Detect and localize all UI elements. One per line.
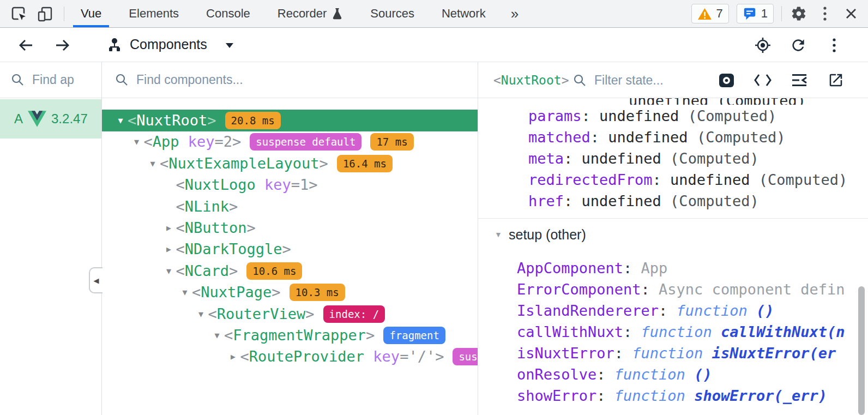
inspect-element-icon[interactable] [10, 5, 28, 23]
state-row-meta[interactable]: meta: undefined (Computed) [528, 148, 759, 169]
angle-bracket: < [208, 305, 217, 322]
refresh-icon[interactable] [788, 35, 808, 55]
angle-bracket: > [272, 284, 280, 300]
components-tab-icon[interactable] [105, 35, 124, 55]
colon: : [564, 150, 582, 167]
tree-row-NButton[interactable]: ▶<NButton> [102, 217, 478, 239]
vertical-scrollbar[interactable] [858, 286, 865, 415]
tab-network[interactable]: Network [434, 0, 493, 27]
inspect-code-icon[interactable] [754, 71, 772, 89]
tree-row-NuxtExampleLayout[interactable]: ▼<NuxtExampleLayout>16.4 ms [102, 153, 478, 175]
tree-row-NuxtRoot[interactable]: ▼<NuxtRoot>20.8 ms [102, 110, 478, 131]
tab-vue[interactable]: Vue [73, 0, 109, 27]
state-key: href [528, 193, 564, 209]
state-row-redirectedFrom[interactable]: redirectedFrom: undefined (Computed) [528, 170, 847, 190]
tree-row-NuxtPage[interactable]: ▼<NuxtPage>10.3 ms [102, 281, 478, 303]
component-tag: <NDarkToggle> [176, 238, 291, 260]
select-component-target-icon[interactable] [753, 35, 773, 55]
collapse-sidebar-handle[interactable]: ◀ [89, 267, 103, 293]
toolbar-divider [781, 6, 782, 21]
caret-down-icon[interactable]: ▼ [179, 281, 191, 303]
caret-right-icon[interactable]: ▶ [227, 346, 239, 368]
device-toolbar-icon[interactable] [36, 5, 55, 23]
warnings-badge[interactable]: 7 [691, 4, 729, 23]
inspector-dropdown-caret[interactable] [226, 43, 233, 48]
state-meta: (Computed) [661, 150, 759, 167]
caret-right-icon[interactable]: ▶ [163, 238, 175, 260]
close-devtools-icon[interactable] [842, 4, 860, 23]
setup-row-callWithNuxt[interactable]: callWithNuxt: function callWithNuxt(n [517, 322, 845, 342]
settings-gear-icon[interactable] [789, 4, 808, 23]
state-row-matched[interactable]: matched: undefined (Computed) [528, 127, 785, 148]
caret-down-icon[interactable]: ▼ [131, 131, 143, 153]
caret-down-icon[interactable]: ▼ [211, 324, 223, 346]
caret-down-icon[interactable]: ▼ [495, 225, 502, 244]
setup-row-showError[interactable]: showError: function showError(_err) [517, 386, 827, 406]
open-in-editor-icon[interactable] [827, 71, 845, 89]
toolbar-divider [64, 7, 64, 21]
suspense-badge: suspense default [453, 348, 478, 365]
state-key: callWithNuxt [517, 323, 623, 340]
setup-row-isNuxtError[interactable]: isNuxtError: function isNuxtError(er [517, 343, 836, 364]
tree-row-NuxtLogo[interactable]: <NuxtLogo key=1> [102, 174, 478, 196]
tree-row-RouteProvider[interactable]: ▶<RouteProvider key='/'>suspense default [102, 346, 478, 368]
perf-badge: 16.4 ms [337, 155, 393, 172]
perf-badge: 10.3 ms [290, 284, 345, 301]
perf-badge: 10.6 ms [246, 262, 302, 280]
tree-row-NCard[interactable]: ▼<NCard>10.6 ms [102, 260, 478, 282]
component-name: NuxtRoot [136, 112, 207, 129]
key-attribute: key [256, 176, 291, 193]
tab-elements[interactable]: Elements [121, 0, 186, 27]
app-selector-row[interactable]: A 3.2.47 [0, 99, 101, 139]
state-key: showError [517, 387, 596, 404]
setup-row-onResolve[interactable]: onResolve: function () [517, 364, 712, 385]
tab-console[interactable]: Console [198, 0, 258, 27]
caret-down-icon[interactable]: ▼ [163, 260, 175, 282]
component-name: NCard [185, 262, 229, 279]
scroll-to-component-icon[interactable] [790, 71, 809, 89]
tab-label: Network [442, 7, 486, 21]
state-row-params[interactable]: params: undefined (Computed) [528, 106, 776, 127]
tree-row-App[interactable]: ▼<App key=2>suspense default17 ms [102, 131, 478, 153]
angle-bracket: > [247, 219, 256, 236]
vue-more-menu-icon[interactable] [824, 35, 844, 55]
setup-row-IslandRendererer[interactable]: IslandRendererer: function () [517, 300, 774, 321]
caret-right-icon[interactable]: ▶ [163, 217, 175, 239]
angle-bracket: < [192, 284, 201, 300]
history-forward-icon[interactable] [52, 35, 72, 55]
issue-count: 1 [761, 7, 768, 21]
devtools-tab-bar: VueElementsConsoleRecorderSourcesNetwork… [0, 0, 868, 28]
setup-row-ErrorComponent[interactable]: ErrorComponent: Async component defin [517, 279, 845, 300]
caret-down-icon[interactable]: ▼ [114, 110, 126, 131]
component-tree: ▼<NuxtRoot>20.8 ms▼<App key=2>suspense d… [102, 98, 478, 415]
tree-row-RouterView[interactable]: ▼<RouterView>index: / [102, 303, 478, 325]
more-tabs-chevron[interactable]: » [505, 0, 524, 27]
function-keyword: function [614, 387, 694, 404]
colon: : [659, 302, 677, 319]
tree-row-FragmentWrapper[interactable]: ▼<FragmentWrapper>fragment [102, 324, 478, 346]
more-options-icon[interactable] [816, 4, 834, 23]
function-signature: isNuxtError(er [712, 345, 836, 362]
caret-down-icon[interactable]: ▼ [147, 153, 159, 175]
component-tag: <RouteProvider key='/'>suspense default [240, 346, 478, 368]
tab-recorder[interactable]: Recorder [270, 0, 351, 27]
state-row-href[interactable]: href: undefined (Computed) [528, 191, 759, 212]
devtools-tabs: VueElementsConsoleRecorderSourcesNetwork… [73, 0, 524, 27]
inspect-dom-eye-icon[interactable] [717, 71, 736, 89]
setup-row-AppComponent[interactable]: AppComponent: App [517, 258, 667, 279]
app-name-fragment: A [14, 111, 23, 127]
history-back-icon[interactable] [16, 35, 36, 55]
filter-state-input[interactable]: Filter state... [573, 62, 664, 98]
tab-sources[interactable]: Sources [363, 0, 422, 27]
find-components-input[interactable]: Find components... [102, 62, 478, 98]
inspector-title[interactable]: Components [130, 37, 207, 52]
tree-row-NLink[interactable]: <NLink> [102, 196, 478, 218]
angle-bracket: < [160, 155, 168, 172]
find-app-input[interactable]: Find ap [0, 62, 101, 98]
caret-down-icon[interactable]: ▼ [195, 303, 207, 325]
selected-component-tag: <NuxtRoot> [493, 62, 569, 98]
state-key: params [528, 107, 582, 124]
issues-badge[interactable]: 1 [737, 4, 774, 23]
key-attribute-value: =1> [291, 176, 318, 193]
tree-row-NDarkToggle[interactable]: ▶<NDarkToggle> [102, 238, 478, 260]
